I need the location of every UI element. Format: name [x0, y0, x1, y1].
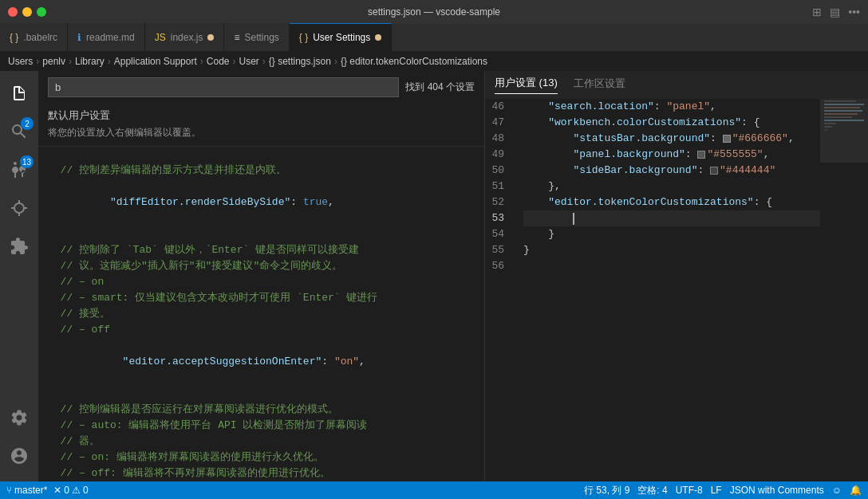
activity-files[interactable] — [0, 74, 38, 112]
scm-badge: 13 — [20, 155, 34, 168]
tab-workspace-settings[interactable]: 工作区设置 — [574, 77, 625, 94]
editor-line-55: } — [523, 242, 820, 258]
svg-point-0 — [14, 203, 24, 213]
warning-icon: ⚠ — [72, 485, 81, 496]
code-line: // 控制除了 `Tab` 键以外，`Enter` 键是否同样可以接受建 — [38, 242, 484, 258]
minimap — [820, 99, 868, 481]
editor-line-56 — [523, 258, 820, 274]
line-num-54: 54 — [485, 226, 514, 242]
window-title: settings.json — vscode-sample — [368, 6, 500, 18]
layout-icon[interactable]: ▤ — [830, 6, 840, 18]
svg-rect-16 — [820, 99, 868, 163]
tab-label: readme.md — [86, 32, 135, 43]
breadcrumb-settingsjson[interactable]: {} settings.json — [269, 56, 331, 67]
search-badge: 2 — [21, 117, 34, 130]
text-cursor — [573, 213, 574, 225]
code-line: // – on: 编辑器将对屏幕阅读器的使用进行永久优化。 — [38, 450, 484, 466]
line-num-52: 52 — [485, 194, 514, 210]
tab-settings[interactable]: ≡ Settings — [224, 23, 289, 51]
editor-line-51: }, — [523, 179, 820, 194]
editor-line-54: } — [523, 226, 820, 242]
tab-babelrc[interactable]: { } .babelrc — [0, 23, 68, 51]
breadcrumb-appsupport[interactable]: Application Support — [114, 56, 197, 67]
status-bar: ⑂ master* ✕ 0 ⚠ 0 行 53, 列 9 空格: 4 UTF-8 … — [0, 481, 868, 499]
git-branch[interactable]: ⑂ master* — [6, 485, 47, 496]
editor-line-47: "workbench.colorCustomizations": { — [523, 115, 820, 131]
line-num-48: 48 — [485, 131, 514, 147]
cursor-position[interactable]: 行 53, 列 9 — [584, 484, 629, 497]
main-layout: 2 13 找到 404 个设置 — [0, 71, 868, 481]
tab-readme[interactable]: ℹ readme.md — [68, 23, 145, 51]
minimap-svg — [820, 99, 868, 418]
modified-dot — [207, 34, 214, 41]
activity-debug[interactable] — [0, 189, 38, 227]
maximize-button[interactable] — [37, 7, 46, 17]
search-bar: 找到 404 个设置 — [38, 71, 484, 104]
code-line — [38, 147, 484, 163]
file-icon: ℹ — [77, 32, 81, 43]
code-line — [38, 386, 484, 402]
line-num-46: 46 — [485, 99, 514, 115]
indentation[interactable]: 空格: 4 — [637, 484, 667, 497]
more-actions-icon[interactable]: ••• — [848, 6, 860, 18]
error-count[interactable]: ✕ 0 ⚠ 0 — [53, 485, 88, 496]
editor-lines: "search.location": "panel", "workbench.c… — [523, 99, 820, 481]
close-button[interactable] — [8, 7, 18, 17]
right-tabs: 用户设置 (13) 工作区设置 — [485, 71, 868, 99]
eol[interactable]: LF — [711, 485, 722, 496]
breadcrumb-penlv[interactable]: penlv — [42, 56, 65, 67]
activity-search[interactable]: 2 — [0, 112, 38, 151]
activity-extensions[interactable] — [0, 227, 38, 265]
code-line: // – off: 编辑器将不再对屏幕阅读器的使用进行优化。 — [38, 466, 484, 481]
error-icon: ✕ — [53, 485, 61, 496]
code-line: // 议。这能减少"插入新行"和"接受建议"命令之间的歧义。 — [38, 258, 484, 274]
file-icon: JS — [155, 32, 166, 43]
tab-label: .babelrc — [23, 32, 57, 43]
code-line: // 控制差异编辑器的显示方式是并排还是内联。 — [38, 163, 484, 179]
bell-icon[interactable]: 🔔 — [850, 485, 862, 496]
smiley-icon[interactable]: ☺ — [832, 485, 842, 496]
titlebar: settings.json — vscode-sample ⊞ ▤ ••• — [0, 0, 868, 24]
code-line: // – auto: 编辑器将使用平台 API 以检测是否附加了屏幕阅读 — [38, 418, 484, 434]
editor-line-52: "editor.tokenColorCustomizations": { — [523, 194, 820, 210]
activity-settings[interactable] — [0, 399, 38, 437]
line-num-53: 53 — [485, 210, 514, 226]
line-num-51: 51 — [485, 179, 514, 194]
breadcrumb-library[interactable]: Library — [75, 56, 105, 67]
tab-index[interactable]: JS index.js — [145, 23, 225, 51]
default-settings-code: // 控制差异编辑器的显示方式是并排还是内联。 "diffEditor.rend… — [38, 147, 484, 481]
status-left: ⑂ master* ✕ 0 ⚠ 0 — [6, 485, 89, 496]
warning-num: 0 — [83, 485, 89, 496]
language-mode[interactable]: JSON with Comments — [730, 485, 824, 496]
breadcrumb-code[interactable]: Code — [207, 56, 230, 67]
search-result: 找到 404 个设置 — [405, 81, 475, 94]
editor-line-46: "search.location": "panel", — [523, 99, 820, 115]
line-num-56: 56 — [485, 258, 514, 274]
editor-line-49: "panel.background": "#555555", — [523, 147, 820, 163]
panel-header: 默认用户设置 — [38, 104, 484, 124]
editor-area[interactable]: 46 47 48 49 50 51 52 53 54 55 56 "search… — [485, 99, 868, 481]
branch-name: master* — [14, 485, 47, 496]
color-swatch-666666 — [723, 135, 731, 143]
minimize-button[interactable] — [22, 7, 32, 17]
line-num-50: 50 — [485, 163, 514, 179]
encoding[interactable]: UTF-8 — [676, 485, 703, 496]
line-num-55: 55 — [485, 242, 514, 258]
tab-label: Settings — [244, 32, 278, 43]
titlebar-actions: ⊞ ▤ ••• — [812, 6, 860, 18]
panel-subheader: 将您的设置放入右侧编辑器以覆盖。 — [38, 124, 484, 146]
activity-scm[interactable]: 13 — [0, 151, 38, 189]
breadcrumb-tokencolor[interactable]: {} editor.tokenColorCustomizations — [341, 56, 487, 67]
code-line: "diffEditor.renderSideBySide": true, — [38, 179, 484, 226]
file-icon: { } — [299, 32, 308, 43]
search-input[interactable] — [48, 77, 399, 97]
modified-dot — [375, 34, 381, 41]
tab-user-settings-right[interactable]: 用户设置 (13) — [495, 76, 558, 94]
tab-user-settings[interactable]: { } User Settings — [290, 23, 392, 51]
tab-label: User Settings — [313, 32, 370, 43]
breadcrumb-users[interactable]: Users — [8, 56, 33, 67]
activity-account[interactable] — [0, 437, 38, 475]
split-editor-icon[interactable]: ⊞ — [812, 6, 822, 18]
tab-label: index.js — [171, 32, 203, 43]
breadcrumb-user[interactable]: User — [239, 56, 258, 67]
